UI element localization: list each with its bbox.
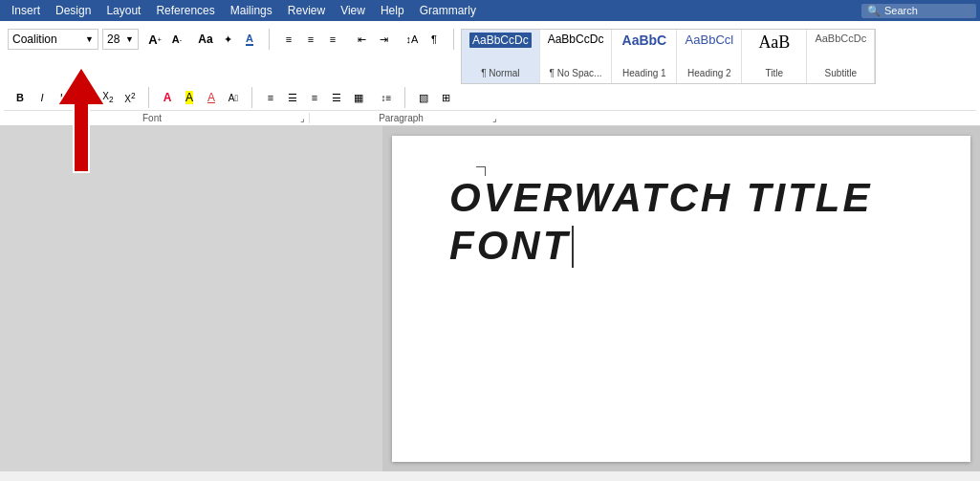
menu-view[interactable]: View bbox=[333, 2, 373, 19]
shading-group: ▧ ⊞ bbox=[413, 87, 456, 108]
font-size-value: 28 bbox=[107, 33, 120, 46]
numbering-btn[interactable]: ≡ bbox=[300, 29, 321, 50]
annotation-arrow bbox=[29, 126, 124, 182]
justify-btn[interactable]: ☰ bbox=[326, 87, 347, 108]
menu-insert[interactable]: Insert bbox=[4, 2, 48, 19]
style-title-preview: AaB bbox=[758, 33, 790, 53]
align-right-btn[interactable]: ≡ bbox=[304, 87, 325, 108]
style-subtitle-preview: AaBbCcDc bbox=[815, 33, 866, 44]
text-color-btn[interactable]: A bbox=[157, 87, 178, 108]
sort-group: ↕A ¶ bbox=[402, 29, 445, 50]
increase-indent-btn[interactable]: ⇥ bbox=[373, 29, 394, 50]
color-group: A A A A⃝ bbox=[157, 87, 244, 108]
separator3 bbox=[148, 87, 149, 108]
left-margin bbox=[0, 126, 382, 471]
style-normal-label: ¶ Normal bbox=[481, 68, 519, 80]
list-group: ≡ ≡ ≡ bbox=[278, 29, 343, 50]
change-case-btn[interactable]: Aa bbox=[195, 29, 216, 50]
menu-layout[interactable]: Layout bbox=[98, 2, 148, 19]
align-left-btn[interactable]: ≡ bbox=[260, 87, 281, 108]
arrow-shape bbox=[57, 126, 105, 172]
decrease-indent-btn[interactable]: ⇤ bbox=[351, 29, 372, 50]
style-title-label: Title bbox=[766, 68, 784, 80]
menu-help[interactable]: Help bbox=[373, 2, 412, 19]
style-heading1[interactable]: AaBbC Heading 1 bbox=[612, 30, 677, 83]
font-size-chevron: ▼ bbox=[125, 34, 134, 44]
styles-panel: AaBbCcDc ¶ Normal AaBbCcDc ¶ No Spac... … bbox=[461, 29, 876, 84]
highlight-btn[interactable]: A bbox=[179, 87, 200, 108]
menu-design[interactable]: Design bbox=[48, 2, 98, 19]
font-size-group: A+ A- bbox=[144, 29, 187, 50]
document-text-line1: OVERWATCH TITLE bbox=[449, 174, 913, 222]
pilcrow-btn[interactable]: ¶ bbox=[424, 29, 445, 50]
separator1 bbox=[269, 29, 270, 50]
text-effects-btn[interactable]: A bbox=[239, 29, 260, 50]
line-spacing-btn[interactable]: ↕≡ bbox=[376, 87, 397, 108]
style-subtitle[interactable]: AaBbCcDc Subtitle bbox=[807, 30, 875, 83]
paragraph-expand-icon: ⌟ bbox=[492, 113, 501, 123]
style-normal-preview: AaBbCcDc bbox=[469, 33, 532, 48]
search-icon: 🔍 bbox=[867, 5, 881, 17]
bold-btn[interactable]: B bbox=[10, 87, 31, 108]
style-h2-label: Heading 2 bbox=[687, 68, 731, 80]
borders-btn[interactable]: ⊞ bbox=[435, 87, 456, 108]
document-text-line2: FONT bbox=[449, 222, 913, 270]
search-label: Search bbox=[884, 5, 918, 16]
ribbon-labels: Font ⌟ Paragraph ⌟ bbox=[4, 110, 976, 125]
document-page[interactable]: OVERWATCH TITLE FONT bbox=[392, 136, 970, 462]
sort-btn[interactable]: ↕A bbox=[402, 29, 423, 50]
search-bar[interactable]: 🔍 Search bbox=[861, 4, 976, 18]
style-title[interactable]: AaB Title bbox=[742, 30, 807, 83]
text-cursor-corner bbox=[476, 166, 486, 176]
columns-btn[interactable]: ▦ bbox=[348, 87, 369, 108]
menu-review[interactable]: Review bbox=[280, 2, 333, 19]
document-text[interactable]: OVERWATCH TITLE FONT bbox=[449, 174, 913, 271]
separator2 bbox=[453, 29, 454, 50]
menu-grammarly[interactable]: Grammarly bbox=[412, 2, 484, 19]
font-case-group: Aa ✦ A bbox=[195, 29, 260, 50]
font-color-btn[interactable]: A bbox=[201, 87, 222, 108]
text-cursor bbox=[572, 226, 574, 268]
ribbon: Coalition ▼ 28 ▼ A+ A- Aa ✦ A ≡ ≡ ≡ ⇤ ⇥ bbox=[0, 21, 980, 126]
style-h1-preview: AaBbC bbox=[622, 33, 667, 48]
indent-group: ⇤ ⇥ bbox=[351, 29, 394, 50]
menu-mailings[interactable]: Mailings bbox=[223, 2, 280, 19]
font-decrease-btn[interactable]: A- bbox=[166, 29, 187, 50]
font-name-chevron: ▼ bbox=[85, 34, 94, 44]
menu-bar: Insert Design Layout References Mailings… bbox=[0, 0, 980, 21]
style-h2-preview: AaBbCcl bbox=[686, 33, 734, 47]
style-nospace-preview: AaBbCcDc bbox=[548, 33, 604, 46]
style-heading2[interactable]: AaBbCcl Heading 2 bbox=[677, 30, 742, 83]
align-center-btn[interactable]: ☰ bbox=[282, 87, 303, 108]
separator5 bbox=[404, 87, 405, 108]
font-size-dropdown[interactable]: 28 ▼ bbox=[102, 29, 139, 50]
clear-format-btn[interactable]: ✦ bbox=[217, 29, 238, 50]
separator4 bbox=[251, 87, 252, 108]
font-increase-btn[interactable]: A+ bbox=[144, 29, 165, 50]
align-group: ≡ ☰ ≡ ☰ ▦ bbox=[260, 87, 369, 108]
style-normal[interactable]: AaBbCcDc ¶ Normal bbox=[462, 30, 540, 83]
shading-btn[interactable]: ▧ bbox=[413, 87, 434, 108]
style-subtitle-label: Subtitle bbox=[825, 68, 857, 80]
multilevel-btn[interactable]: ≡ bbox=[322, 29, 343, 50]
font-expand-icon: ⌟ bbox=[300, 113, 309, 123]
font-name-dropdown[interactable]: Coalition ▼ bbox=[8, 29, 98, 50]
menu-references[interactable]: References bbox=[148, 2, 222, 19]
paragraph-section-label: Paragraph ⌟ bbox=[310, 113, 501, 123]
bullets-btn[interactable]: ≡ bbox=[278, 29, 299, 50]
style-nospace-label: ¶ No Spac... bbox=[550, 68, 602, 80]
phonetic-btn[interactable]: A⃝ bbox=[223, 87, 244, 108]
font-name-value: Coalition bbox=[12, 33, 57, 46]
style-no-space[interactable]: AaBbCcDc ¶ No Spac... bbox=[540, 30, 613, 83]
document-area: OVERWATCH TITLE FONT bbox=[0, 126, 980, 471]
style-h1-label: Heading 1 bbox=[622, 68, 666, 80]
line-spacing-group: ↕≡ bbox=[376, 87, 397, 108]
